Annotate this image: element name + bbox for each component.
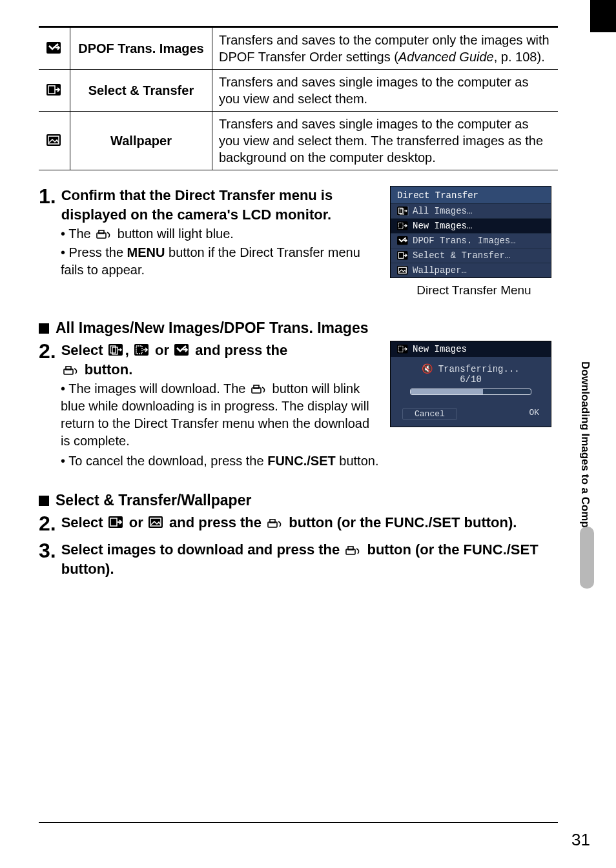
lcd-title: Direct Transfer [391,187,551,203]
bullet-text: The images will download. The [68,381,249,396]
print-share-icon [345,545,362,556]
step-title: Confirm that the Direct Transfer menu is… [61,186,377,224]
bullet-text: button will light blue. [114,227,234,241]
lcd-item-wallpaper: Wallpaper… [391,263,551,278]
bullet-text: The [68,227,94,241]
step-number: 2. [39,341,56,361]
lcd-item-dpof: DPOF Trans. Images… [391,233,551,248]
select-transfer-icon [108,516,124,529]
step-text: Select [61,514,107,530]
lcd-item-label: All Images… [413,206,472,216]
option-desc: Transfers and saves to the computer only… [212,28,559,70]
lcd2-status-text: Transferring... [438,364,520,374]
step-number: 2. [39,513,56,534]
lcd-transferring: New Images 🔇 Transferring... 6/10 Cancel… [390,341,551,427]
lcd2-status: 🔇 Transferring... [397,363,544,374]
progress-bar [410,389,531,395]
lcd2-head: New Images [391,341,551,357]
section-heading-text: All Images/New Images/DPOF Trans. Images [56,319,368,337]
step-text: or [151,342,173,358]
desc-em: Advanced Guide [398,50,494,64]
lcd-item-all: All Images… [391,203,551,218]
step-text: , [125,342,133,358]
wallpaper-icon [46,134,62,147]
lcd-direct-transfer: Direct Transfer All Images… New Images… … [390,186,551,278]
select-transfer-icon [46,84,62,97]
menu-button-label: MENU [127,245,165,259]
option-desc: Transfers and saves single images to the… [212,112,559,170]
lcd2-ok: OK [529,408,539,420]
step-text: button (or the FUNC./SET button). [285,514,517,530]
table-row: Select & Transfer Transfers and saves si… [39,70,558,112]
section-b-step2: 2. Select or and press the button (or th… [39,513,558,534]
option-name: DPOF Trans. Images [70,28,212,70]
step-number: 3. [39,540,56,561]
print-share-icon [63,365,79,376]
lcd-item-label: Select & Transfer… [413,250,510,261]
options-table: DPOF Trans. Images Transfers and saves t… [39,27,558,170]
bullet-text: Press the [69,245,127,259]
step-bullet: To cancel the download, press the FUNC./… [61,452,558,470]
page-content: DPOF Trans. Images Transfers and saves t… [0,0,616,605]
section-b-step3: 3. Select images to download and press t… [39,540,558,578]
step-title: Select , or and press the button. [61,341,288,379]
table-row: DPOF Trans. Images Transfers and saves t… [39,28,558,70]
step-text: or [125,514,147,530]
table-row: Wallpaper Transfers and saves single ima… [39,112,558,170]
new-images-icon [134,344,150,357]
footer-rule [39,822,558,823]
print-share-icon [267,518,283,529]
bullet-text: To cancel the download, press the [68,454,267,468]
bullet-text: button. [336,454,379,468]
section-heading-b: Select & Transfer/Wallpaper [39,492,558,509]
step-1-block: 1. Confirm that the Direct Transfer menu… [39,186,558,298]
step-title: Select images to download and press the … [61,540,558,578]
lcd-item-label: DPOF Trans. Images… [413,236,516,246]
option-name: Select & Transfer [70,70,212,112]
lcd2-cancel: Cancel [402,408,457,420]
step-text: and press the [191,342,287,358]
dpof-trans-icon [46,42,62,55]
desc-text: , p. 108). [494,50,545,64]
step-title: Select or and press the button (or the F… [61,513,517,532]
option-desc: Transfers and saves single images to the… [212,70,559,112]
step-text: and press the [165,514,265,530]
lcd2-count: 6/10 [397,374,544,385]
print-share-icon [251,383,267,395]
square-bullet-icon [39,496,49,506]
lcd2-head-label: New Images [413,344,467,354]
step-text: Select [61,342,107,358]
step-bullet: The images will download. The button wil… [61,380,377,450]
print-share-icon [96,228,112,240]
section-a-block: 2. Select , or and press the button. The… [39,341,558,450]
step-number: 1. [39,186,56,207]
section-heading-a: All Images/New Images/DPOF Trans. Images [39,319,558,337]
func-set-label: FUNC./SET [267,454,336,468]
wallpaper-icon [149,516,164,529]
lcd-item-label: Wallpaper… [413,265,467,276]
step-bullet: The button will light blue. [61,225,377,243]
dpof-trans-icon [174,344,190,357]
section-heading-text: Select & Transfer/Wallpaper [56,492,251,509]
progress-fill [411,389,483,394]
step-text: Select images to download and press the [61,541,344,558]
lcd-caption: Direct Transfer Menu [390,283,558,298]
page-number: 31 [571,830,590,850]
square-bullet-icon [39,323,49,334]
side-section-label: Downloading Images to a Computer [579,361,591,549]
option-name: Wallpaper [70,112,212,170]
lcd-item-select: Select & Transfer… [391,248,551,263]
step-bullet: Press the MENU button if the Direct Tran… [61,244,377,279]
lcd-item-label: New Images… [413,221,472,231]
no-sound-icon: 🔇 [422,364,433,374]
lcd-item-new: New Images… [391,218,551,233]
side-thumb-tab [580,527,594,589]
all-images-icon [108,344,124,357]
step-text: button. [81,361,133,378]
